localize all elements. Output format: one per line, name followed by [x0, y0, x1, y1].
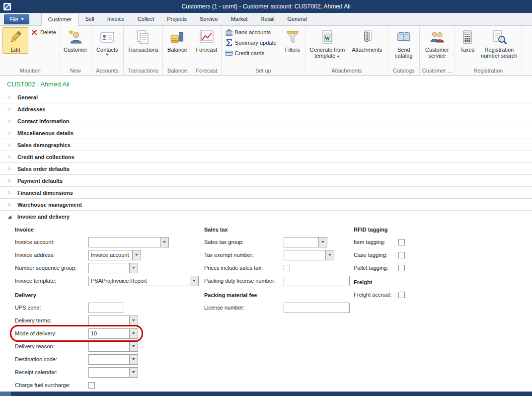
- expand-arrow-icon: ▷: [8, 107, 13, 111]
- ups-zone-input[interactable]: [88, 303, 124, 313]
- group-label-registration: Registration: [456, 67, 520, 75]
- generate-from-template-button[interactable]: Generate from template: [307, 27, 348, 60]
- tab-customer[interactable]: Customer: [41, 13, 79, 26]
- sales-tax-group-combo[interactable]: [284, 237, 327, 247]
- tax-exempt-number-field: Tax exempt number:: [204, 248, 354, 261]
- invoice-account-combo[interactable]: [88, 237, 169, 247]
- dropdown-button[interactable]: [129, 342, 138, 351]
- customer-button[interactable]: Customer: [62, 27, 89, 54]
- tab-general[interactable]: General: [281, 13, 313, 25]
- tab-service[interactable]: Service: [193, 13, 225, 25]
- delete-button[interactable]: Delete: [28, 27, 58, 37]
- dropdown-button[interactable]: [190, 276, 198, 286]
- mode-of-delivery-field: Mode of delivery: 10: [15, 327, 204, 340]
- file-menu-button[interactable]: File: [4, 14, 29, 24]
- fasttab-invoice-and-delivery[interactable]: ◢Invoice and delivery: [0, 211, 532, 223]
- destination-code-combo[interactable]: [88, 354, 138, 365]
- freight-subheading: Freight: [354, 279, 532, 288]
- charge-fuel-surcharge-checkbox[interactable]: [88, 382, 95, 389]
- window-title: Customers (1 - usmf) - Customer account:…: [0, 3, 532, 10]
- tab-collect[interactable]: Collect: [131, 13, 161, 25]
- send-catalog-button[interactable]: Send catalog: [390, 27, 418, 60]
- item-tagging-checkbox[interactable]: [398, 239, 405, 245]
- tab-market[interactable]: Market: [225, 13, 254, 25]
- delivery-subheading: Delivery: [15, 292, 204, 301]
- filter-funnel-icon: [285, 29, 301, 45]
- packing-duty-license-number-input[interactable]: [284, 276, 350, 286]
- customer-service-button[interactable]: Customer service: [421, 27, 453, 60]
- pallet-tagging-field: Pallet tagging:: [354, 261, 532, 274]
- field-label: Prices include sales tax:: [204, 265, 284, 271]
- license-number-input[interactable]: [284, 303, 350, 313]
- registration-number-search-label: Registration number search: [479, 47, 519, 59]
- ribbon-tab-row: File Customer Sell Invoice Collect Proje…: [0, 13, 532, 26]
- tab-projects[interactable]: Projects: [160, 13, 193, 25]
- chevron-down-icon: [328, 254, 331, 256]
- fasttab-label: Payment defaults: [17, 178, 63, 184]
- ribbon-group-maintain: Edit Delete Maintain: [1, 26, 60, 75]
- dropdown-button[interactable]: [129, 316, 138, 325]
- dropdown-button[interactable]: [129, 368, 138, 377]
- field-label: Pallet tagging:: [354, 265, 398, 271]
- fasttab-general[interactable]: ▷General: [0, 91, 532, 103]
- chevron-down-icon: [106, 54, 109, 56]
- credit-cards-button[interactable]: Credit cards: [223, 48, 282, 58]
- fasttab-credit-and-collections[interactable]: ▷Credit and collections: [0, 151, 532, 163]
- dropdown-button[interactable]: [318, 238, 327, 247]
- attachments-button[interactable]: Attachments: [348, 27, 386, 54]
- delivery-reason-combo[interactable]: [88, 341, 138, 352]
- freight-accrual-checkbox[interactable]: [398, 292, 405, 298]
- packing-duty-license-number-field: Packing duty license number:: [204, 274, 354, 287]
- registration-number-search-button[interactable]: Registration number search: [478, 27, 520, 60]
- summary-update-button[interactable]: Summary update: [223, 38, 282, 47]
- ribbon-group-new: Customer New: [60, 26, 91, 75]
- fasttab-label: Invoice and delivery: [17, 214, 70, 220]
- fasttab-miscellaneous-details[interactable]: ▷Miscellaneous details: [0, 127, 532, 139]
- chevron-down-icon: [132, 371, 135, 373]
- expand-arrow-icon: ▷: [8, 190, 13, 195]
- dropdown-button[interactable]: [129, 355, 138, 364]
- tab-invoice[interactable]: Invoice: [101, 13, 131, 25]
- pencil-icon: [7, 29, 23, 45]
- pallet-tagging-checkbox[interactable]: [398, 265, 405, 271]
- ribbon-group-customer-service: Customer service Customer ...: [420, 26, 455, 75]
- chevron-down-icon: [21, 18, 24, 20]
- tab-retail[interactable]: Retail: [254, 13, 281, 25]
- fasttab-warehouse-management[interactable]: ▷Warehouse management: [0, 199, 532, 211]
- contacts-button[interactable]: Contacts: [93, 27, 122, 57]
- fasttab-sales-demographics[interactable]: ▷Sales demographics: [0, 139, 532, 151]
- transactions-button[interactable]: Transactions: [125, 27, 161, 54]
- fasttab-sales-order-defaults[interactable]: ▷Sales order defaults: [0, 163, 532, 175]
- chevron-down-icon: [132, 319, 135, 321]
- dropdown-button[interactable]: [129, 329, 138, 338]
- fasttab-payment-defaults[interactable]: ▷Payment defaults: [0, 175, 532, 187]
- dropdown-button[interactable]: [160, 238, 168, 247]
- fasttab-contact-information[interactable]: ▷Contact information: [0, 115, 532, 127]
- case-tagging-checkbox[interactable]: [398, 252, 405, 258]
- mode-of-delivery-combo[interactable]: 10: [88, 328, 138, 339]
- dropdown-button[interactable]: [325, 250, 334, 260]
- forecast-button[interactable]: Forecast: [194, 27, 220, 54]
- dropdown-button[interactable]: [129, 263, 138, 273]
- dropdown-button[interactable]: [132, 250, 141, 260]
- bank-accounts-button[interactable]: Bank accounts: [223, 27, 282, 37]
- edit-button[interactable]: Edit: [2, 27, 28, 54]
- number-sequence-group-combo[interactable]: [88, 263, 138, 273]
- calculator-icon: [459, 29, 475, 45]
- fasttab-financial-dimensions[interactable]: ▷Financial dimensions: [0, 187, 532, 199]
- balance-button[interactable]: Balance: [164, 27, 190, 54]
- taxes-button[interactable]: Taxes: [456, 27, 478, 54]
- prices-include-sales-tax-checkbox[interactable]: [284, 265, 290, 271]
- invoice-delivery-column: Invoice Invoice account: Invoice address…: [15, 227, 204, 392]
- field-label: Invoice template:: [15, 278, 88, 284]
- filters-button[interactable]: Filters: [282, 27, 304, 54]
- invoice-address-combo[interactable]: Invoice account: [88, 250, 141, 260]
- tab-sell[interactable]: Sell: [78, 13, 100, 25]
- ups-zone-field: UPS zone:: [15, 301, 204, 314]
- license-number-field: License number:: [204, 301, 354, 314]
- delivery-terms-combo[interactable]: [88, 316, 138, 326]
- tax-exempt-number-combo[interactable]: [284, 250, 334, 260]
- fasttab-addresses[interactable]: ▷Addresses: [0, 103, 532, 115]
- invoice-template-combo[interactable]: PSAProjInvoice.Report: [88, 276, 199, 286]
- receipt-calendar-combo[interactable]: [88, 367, 138, 378]
